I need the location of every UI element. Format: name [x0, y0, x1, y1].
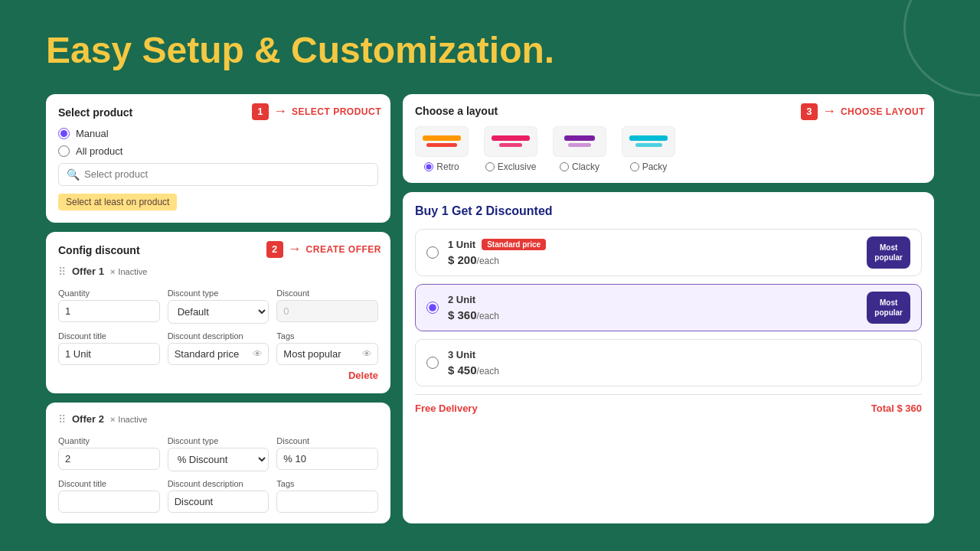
layout-label-clacky: Clacky [560, 161, 599, 172]
layout-radio-retro[interactable] [424, 162, 433, 171]
step2-label: CREATE OFFER [306, 244, 381, 255]
product-row-1[interactable]: 1 Unit Standard price $ 200/each Mostpop… [415, 229, 922, 276]
eye-icon-offer1-desc: 👁 [253, 348, 263, 360]
search-input[interactable] [84, 168, 370, 180]
offer2-quantity-field: Quantity [58, 436, 160, 471]
offer2-form-row2: Discount title Discount description Tags [58, 479, 378, 513]
step2-number: 2 [266, 241, 283, 258]
offer1-tags-field: Tags 👁 [276, 331, 378, 365]
layout-option-retro[interactable]: Retro [415, 126, 469, 172]
offer1-title-label: Discount title [58, 331, 160, 341]
offer1-desc-label: Discount description [168, 331, 270, 341]
manual-radio[interactable] [58, 128, 70, 139]
layout-label-exclusive: Exclusive [485, 161, 537, 172]
offer1-discount-type-field: Discount type Default % Discount [168, 289, 270, 324]
page-title: Easy Setup & Customization. [0, 0, 980, 94]
product-row-2[interactable]: 2 Unit $ 360/each Mostpopular [415, 284, 922, 331]
product-radio-2[interactable] [426, 302, 439, 314]
layout-radio-clacky[interactable] [560, 162, 569, 171]
layout-option-packy[interactable]: Packy [622, 126, 675, 172]
offer1-discount-label: Discount [276, 289, 378, 298]
offer2-discount-type-select[interactable]: % Discount Default [168, 448, 270, 471]
step1-label: SELECT PRODUCT [292, 106, 381, 117]
layout-thumb-retro [415, 126, 469, 157]
step3-number: 3 [801, 103, 818, 120]
offer2-tags-input[interactable] [276, 491, 378, 513]
search-box[interactable]: 🔍 [58, 163, 378, 186]
offer1-discount-type-label: Discount type [168, 289, 270, 298]
warning-badge: Select at least on product [58, 194, 177, 210]
config-discount-card: Config discount 2 → CREATE OFFER ⠿ Offer… [46, 232, 390, 393]
offer2-discount-type-label: Discount type [168, 436, 270, 445]
offer2-card: ⠿ Offer 2 × Inactive Quantity Discount t… [46, 403, 390, 523]
layout-label-packy: Packy [630, 161, 668, 172]
offer1-row: ⠿ Offer 1 × Inactive [58, 266, 378, 278]
most-popular-text-2: Mostpopular [867, 292, 910, 324]
drag-icon-offer2: ⠿ [58, 413, 66, 425]
offer1-discount-type-select[interactable]: Default % Discount [168, 300, 270, 324]
step1-arrow: → [273, 103, 287, 119]
layout-option-clacky[interactable]: Clacky [553, 126, 606, 172]
offer2-quantity-input[interactable] [58, 448, 160, 470]
offer2-discount-label: Discount [276, 436, 378, 445]
eye-icon-offer1-tags: 👁 [362, 348, 372, 360]
offer2-discount-input[interactable] [276, 448, 378, 470]
product-radio-3[interactable] [426, 357, 439, 369]
step1-badge: 1 → SELECT PRODUCT [252, 103, 381, 120]
offer1-form-row1: Quantity Discount type Default % Discoun… [58, 289, 378, 324]
offer1-quantity-input[interactable] [58, 300, 160, 322]
product-unit-row-1: 1 Unit Standard price [448, 239, 910, 250]
offer1-tags-label: Tags [276, 331, 378, 341]
offer2-title-input[interactable] [58, 491, 160, 513]
offer2-quantity-label: Quantity [58, 436, 160, 445]
manual-radio-row[interactable]: Manual [58, 128, 378, 139]
offer2-name: Offer 2 [72, 413, 104, 425]
offer2-tags-label: Tags [276, 479, 378, 488]
most-popular-badge-2: Mostpopular [867, 292, 910, 324]
layout-thumb-exclusive [484, 126, 537, 157]
layout-label-retro-text: Retro [436, 161, 459, 172]
total-label: Total $ 360 [871, 403, 922, 414]
offer1-form-row2: Discount title Discount description 👁 Ta… [58, 331, 378, 365]
offer2-desc-input[interactable] [168, 491, 270, 513]
offer1-discount-input[interactable] [276, 300, 378, 322]
product-row-3[interactable]: 3 Unit $ 450/each [415, 339, 922, 386]
step2-arrow: → [288, 241, 302, 257]
preview-footer: Free Delivery Total $ 360 [415, 394, 922, 414]
product-unit-row-3: 3 Unit [448, 349, 910, 360]
offer1-discount-field: Discount [276, 289, 378, 324]
product-price-2: $ 360/each [448, 308, 910, 321]
offer2-status: Inactive [118, 415, 147, 424]
product-price-1: $ 200/each [448, 253, 910, 266]
offer1-desc-field: Discount description 👁 [168, 331, 270, 365]
layout-thumb-packy [622, 126, 675, 157]
allproduct-label: All product [76, 145, 122, 157]
offer1-status-badge: × Inactive [110, 267, 147, 276]
std-price-badge-1: Standard price [482, 239, 546, 250]
layout-option-exclusive[interactable]: Exclusive [484, 126, 537, 172]
unit-label-2: 2 Unit [448, 294, 475, 305]
offer1-quantity-label: Quantity [58, 289, 160, 298]
delete-offer1-button[interactable]: Delete [58, 370, 378, 381]
offer2-title-label: Discount title [58, 479, 160, 488]
unit-label-1: 1 Unit [448, 239, 475, 250]
offer2-title-field: Discount title [58, 479, 160, 513]
offer1-quantity-field: Quantity [58, 289, 160, 324]
offer2-status-badge: × Inactive [110, 415, 147, 424]
offer1-status: Inactive [118, 267, 147, 276]
step3-arrow: → [822, 103, 836, 119]
select-product-card: Select product 1 → SELECT PRODUCT Manual… [46, 94, 390, 223]
offer1-name: Offer 1 [72, 266, 104, 277]
offer1-tags-input-wrap: 👁 [276, 343, 378, 365]
layout-label-packy-text: Packy [642, 161, 668, 172]
layout-radio-packy[interactable] [630, 162, 639, 171]
offer1-title-input[interactable] [58, 343, 160, 365]
step2-badge: 2 → CREATE OFFER [266, 241, 381, 258]
layout-radio-exclusive[interactable] [485, 162, 495, 171]
offer2-desc-field: Discount description [168, 479, 270, 513]
product-radio-1[interactable] [426, 246, 439, 259]
offer2-form-row1: Quantity Discount type % Discount Defaul… [58, 436, 378, 471]
manual-label: Manual [76, 128, 109, 139]
allproduct-radio[interactable] [58, 145, 70, 157]
allproduct-radio-row[interactable]: All product [58, 145, 378, 157]
